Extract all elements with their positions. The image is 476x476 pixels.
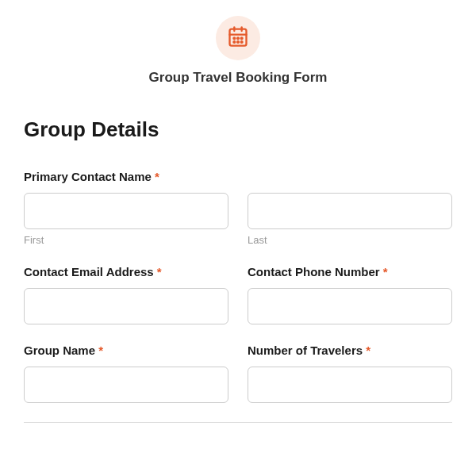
svg-point-9 bbox=[241, 41, 243, 43]
form-header: Group Travel Booking Form bbox=[24, 16, 452, 86]
svg-point-7 bbox=[233, 41, 235, 43]
travelers-label: Number of Travelers * bbox=[248, 344, 452, 357]
primary-contact-label: Primary Contact Name * bbox=[24, 170, 228, 183]
phone-group: Contact Phone Number * bbox=[248, 265, 452, 324]
group-name-input[interactable] bbox=[24, 367, 228, 403]
group-name-label-text: Group Name bbox=[24, 344, 95, 357]
phone-label-text: Contact Phone Number bbox=[248, 265, 380, 278]
last-name-sublabel: Last bbox=[248, 234, 452, 246]
svg-point-5 bbox=[237, 37, 239, 39]
travelers-label-text: Number of Travelers bbox=[248, 344, 363, 357]
form-title: Group Travel Booking Form bbox=[24, 70, 452, 86]
required-mark: * bbox=[366, 344, 370, 357]
email-label-text: Contact Email Address bbox=[24, 265, 154, 278]
required-mark: * bbox=[98, 344, 103, 357]
email-input[interactable] bbox=[24, 288, 228, 324]
email-label: Contact Email Address * bbox=[24, 265, 228, 278]
phone-input[interactable] bbox=[248, 288, 452, 324]
primary-contact-last-group: Last bbox=[248, 170, 452, 246]
phone-label: Contact Phone Number * bbox=[248, 265, 452, 278]
required-mark: * bbox=[157, 265, 162, 278]
primary-contact-first-group: Primary Contact Name * First bbox=[24, 170, 228, 246]
group-name-label: Group Name * bbox=[24, 344, 228, 357]
group-name-group: Group Name * bbox=[24, 344, 228, 403]
svg-point-4 bbox=[233, 37, 235, 39]
last-name-input[interactable] bbox=[248, 193, 452, 229]
svg-point-8 bbox=[237, 41, 239, 43]
required-mark: * bbox=[155, 170, 159, 183]
travelers-group: Number of Travelers * bbox=[248, 344, 452, 403]
section-divider bbox=[24, 422, 452, 423]
first-name-sublabel: First bbox=[24, 234, 228, 246]
primary-contact-label-text: Primary Contact Name bbox=[24, 170, 152, 183]
section-title: Group Details bbox=[24, 117, 452, 142]
svg-point-6 bbox=[241, 37, 243, 39]
empty-label bbox=[248, 170, 452, 183]
first-name-input[interactable] bbox=[24, 193, 228, 229]
calendar-icon bbox=[227, 25, 249, 51]
icon-circle bbox=[216, 16, 260, 60]
email-group: Contact Email Address * bbox=[24, 265, 228, 324]
travelers-input[interactable] bbox=[248, 367, 452, 403]
required-mark: * bbox=[383, 265, 388, 278]
